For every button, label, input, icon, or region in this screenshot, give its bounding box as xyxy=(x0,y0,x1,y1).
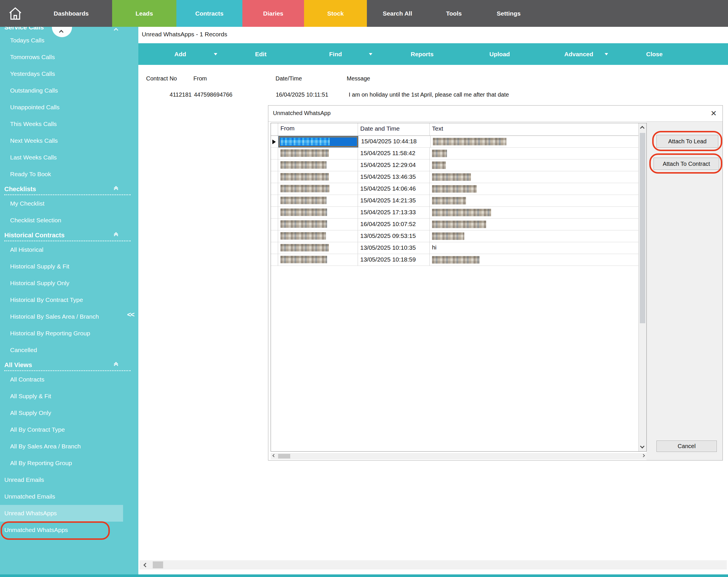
grid-row-7[interactable]: 15/04/2025 17:13:33 xyxy=(271,207,639,219)
grid-row-gutter xyxy=(271,242,278,254)
whatsapp-grid: FromDate and TimeText15/04/2025 10:44:18… xyxy=(270,123,647,452)
nav-item-contracts[interactable]: Contracts xyxy=(176,0,242,27)
scroll-left-icon[interactable] xyxy=(272,454,276,457)
sidebar-item-checklist-selection[interactable]: Checklist Selection xyxy=(0,212,123,229)
redacted-text-value xyxy=(432,221,486,228)
scroll-right-icon[interactable] xyxy=(642,454,645,457)
grid-row-3[interactable]: 15/04/2025 12:29:04 xyxy=(271,159,639,171)
grid-scrollbar-thumb[interactable] xyxy=(640,133,645,323)
sidebar-item-next-weeks-calls[interactable]: Next Weeks Calls xyxy=(0,132,123,149)
toolbar-close-button[interactable]: Close xyxy=(646,43,662,65)
nav-item-stock[interactable]: Stock xyxy=(304,0,367,27)
sidebar-item-all-contracts[interactable]: All Contracts xyxy=(0,371,123,388)
sidebar-item-all-historical[interactable]: All Historical xyxy=(0,241,123,258)
sidebar-item-unappointed-calls[interactable]: Unappointed Calls xyxy=(0,99,123,116)
grid-header-gutter xyxy=(271,123,278,135)
sidebar-item-historical-by-sales-area-branch[interactable]: Historical By Sales Area / Branch xyxy=(0,308,123,325)
attach-to-contract-button[interactable]: Attach To Contract xyxy=(654,158,719,170)
grid-cell-text xyxy=(430,148,639,159)
grid-row-4[interactable]: 15/04/2025 13:46:35 xyxy=(271,171,639,183)
sidebar-section-historical-contracts[interactable]: Historical Contracts xyxy=(0,231,138,241)
nav-item-dashboards[interactable]: Dashboards xyxy=(30,0,112,27)
dialog-side-panel xyxy=(646,122,723,460)
grid-row-gutter xyxy=(271,136,278,147)
sidebar-item-label: All By Sales Area / Branch xyxy=(10,443,81,450)
chevron-up-icon xyxy=(59,30,64,34)
sidebar-item-yesterdays-calls[interactable]: Yesterdays Calls xyxy=(0,66,123,82)
sidebar-item-all-by-reporting-group[interactable]: All By Reporting Group xyxy=(0,455,123,472)
sidebar-item-my-checklist[interactable]: My Checklist xyxy=(0,195,123,212)
scroll-up-icon[interactable] xyxy=(640,126,645,131)
grid-row-8[interactable]: 16/04/2025 10:07:52 xyxy=(271,219,639,230)
toolbar-upload-button[interactable]: Upload xyxy=(489,43,510,65)
grid-row-11[interactable]: 13/05/2025 10:18:59 xyxy=(271,254,639,266)
grid-horizontal-scrollbar[interactable] xyxy=(270,453,647,459)
scroll-down-icon[interactable] xyxy=(640,444,645,449)
toolbar-find-button[interactable]: Find xyxy=(329,43,342,65)
nav-item-tools[interactable]: Tools xyxy=(428,0,480,27)
sidebar-item-tomorrows-calls[interactable]: Tomorrows Calls xyxy=(0,49,123,66)
sidebar-item-all-supply-only[interactable]: All Supply Only xyxy=(0,405,123,421)
nav-item-label: Contracts xyxy=(195,10,223,17)
grid-cell-text xyxy=(430,207,639,218)
main-scrollbar-thumb[interactable] xyxy=(153,561,163,568)
sidebar-item-historical-by-reporting-group[interactable]: Historical By Reporting Group xyxy=(0,325,123,342)
grid-cell-text xyxy=(430,254,639,266)
sidebar-item-all-by-sales-area-branch[interactable]: All By Sales Area / Branch xyxy=(0,438,123,455)
redacted-from-value xyxy=(280,208,327,216)
grid-row-9[interactable]: 13/05/2025 09:53:15 xyxy=(271,230,639,242)
sidebar-item-label: Yesterdays Calls xyxy=(10,70,55,77)
sidebar-collapse-handle[interactable]: << xyxy=(127,310,134,319)
nav-item-label: Stock xyxy=(327,10,343,17)
grid-vertical-scrollbar[interactable] xyxy=(639,123,646,451)
toolbar-button-label: Add xyxy=(174,51,186,58)
grid-row-2[interactable]: 15/04/2025 11:58:42 xyxy=(271,148,639,159)
sidebar-item-outstanding-calls[interactable]: Outstanding Calls xyxy=(0,82,123,99)
grid-row-5[interactable]: 15/04/2025 14:06:46 xyxy=(271,183,639,195)
grid-row-6[interactable]: 15/04/2025 14:21:35 xyxy=(271,195,639,207)
grid-row-10[interactable]: 13/05/2025 10:10:35hi xyxy=(271,242,639,254)
sidebar-item-unmatched-emails[interactable]: Unmatched Emails xyxy=(0,488,123,505)
attach-to-lead-button[interactable]: Attach To Lead xyxy=(656,135,718,148)
home-button[interactable] xyxy=(0,0,30,27)
record-from: 447598694766 xyxy=(194,92,232,98)
sidebar-item-label: Next Weeks Calls xyxy=(10,137,58,144)
nav-item-search-all[interactable]: Search All xyxy=(367,0,428,27)
toolbar-reports-button[interactable]: Reports xyxy=(411,43,434,65)
scroll-left-icon[interactable] xyxy=(144,563,148,568)
grid-row-gutter xyxy=(271,219,278,230)
grid-row-gutter xyxy=(271,171,278,183)
close-icon[interactable]: ✕ xyxy=(710,109,717,118)
grid-cell-datetime: 15/04/2025 12:29:04 xyxy=(358,159,430,171)
sidebar-item-unmatched-whatsapps[interactable]: Unmatched WhatsApps xyxy=(0,522,123,538)
nav-item-leads[interactable]: Leads xyxy=(112,0,176,27)
toolbar-advanced-button[interactable]: Advanced xyxy=(564,43,593,65)
toolbar-add-button[interactable]: Add xyxy=(174,43,186,65)
sidebar-item-label: Unread WhatsApps xyxy=(4,510,57,517)
grid-row-1[interactable]: 15/04/2025 10:44:18 xyxy=(271,136,639,148)
page-title: Unread WhatsApps - 1 Records xyxy=(142,31,227,38)
sidebar-item-unread-emails[interactable]: Unread Emails xyxy=(0,472,123,488)
sidebar-item-historical-supply-fit[interactable]: Historical Supply & Fit xyxy=(0,258,123,275)
sidebar-item-ready-to-book[interactable]: Ready To Book xyxy=(0,166,123,182)
sidebar-item-unread-whatsapps[interactable]: Unread WhatsApps xyxy=(0,505,123,522)
sidebar-section-all-views[interactable]: All Views xyxy=(0,361,138,371)
sidebar-item-last-weeks-calls[interactable]: Last Weeks Calls xyxy=(0,149,123,166)
sidebar-item-label: All By Contract Type xyxy=(10,426,65,433)
sidebar-item-all-by-contract-type[interactable]: All By Contract Type xyxy=(0,421,123,438)
toolbar-edit-button[interactable]: Edit xyxy=(255,43,267,65)
sidebar-item-historical-by-contract-type[interactable]: Historical By Contract Type xyxy=(0,292,123,308)
nav-item-diaries[interactable]: Diaries xyxy=(242,0,304,27)
sidebar-item-this-weeks-calls[interactable]: This Weeks Calls xyxy=(0,116,123,132)
sidebar-section-checklists[interactable]: Checklists xyxy=(0,185,138,195)
sidebar-item-historical-supply-only[interactable]: Historical Supply Only xyxy=(0,275,123,292)
redacted-from-value xyxy=(280,256,327,263)
nav-item-settings[interactable]: Settings xyxy=(480,0,538,27)
sidebar-item-all-supply-fit[interactable]: All Supply & Fit xyxy=(0,388,123,405)
sidebar-item-cancelled[interactable]: Cancelled xyxy=(0,342,123,358)
grid-hscrollbar-thumb[interactable] xyxy=(278,454,290,458)
grid-row-gutter xyxy=(271,254,278,266)
cancel-button[interactable]: Cancel xyxy=(656,441,717,452)
grid-cell-datetime: 15/04/2025 14:21:35 xyxy=(358,195,430,206)
main-horizontal-scrollbar[interactable] xyxy=(139,560,727,570)
